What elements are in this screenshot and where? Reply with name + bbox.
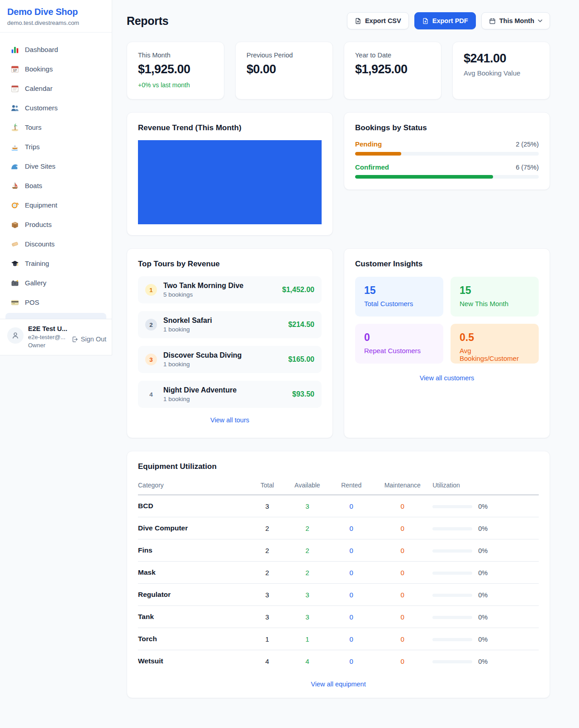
status-progress-fill [355, 175, 493, 179]
user-info: E2E Test U... e2e-tester@... Owner [28, 325, 67, 349]
cell-category: Fins [138, 539, 250, 562]
export-csv-label: Export CSV [365, 17, 401, 24]
export-pdf-button[interactable]: Export PDF [414, 12, 476, 29]
cell-maintenance: 0 [372, 650, 432, 672]
file-export-icon [355, 18, 361, 24]
list-item[interactable]: 3 Discover Scuba Diving 1 booking $165.0… [138, 346, 322, 373]
tile-value: 0 [364, 331, 434, 344]
sidebar-item-products[interactable]: Products [5, 215, 106, 234]
brand: Demo Dive Shop demo.test.divestreams.com [0, 0, 112, 33]
sidebar-item-bookings[interactable]: 17 Bookings [5, 59, 106, 79]
stat-label: This Month [138, 52, 213, 59]
sidebar-item-dive-sites[interactable]: Dive Sites [5, 156, 106, 176]
tour-name: Discover Scuba Diving [163, 351, 242, 359]
tour-name: Night Dive Adventure [163, 386, 237, 394]
table-row: BCD 3 3 0 0 0% [138, 495, 539, 517]
sign-out-label: Sign Out [81, 336, 106, 343]
cell-rented: 0 [330, 584, 372, 606]
export-csv-button[interactable]: Export CSV [347, 12, 409, 29]
view-all-equipment-link[interactable]: View all equipment [138, 681, 539, 688]
sidebar: Demo Dive Shop demo.test.divestreams.com… [0, 0, 112, 355]
view-all-customers-link[interactable]: View all customers [355, 374, 539, 382]
status-row-pending: Pending 2 (25%) [355, 140, 539, 156]
sidebar-item-training[interactable]: Training [5, 254, 106, 273]
user-role: Owner [28, 342, 67, 349]
list-item[interactable]: 2 Snorkel Safari 1 booking $214.50 [138, 311, 322, 338]
tour-bookings: 5 bookings [163, 291, 243, 298]
cell-total: 2 [250, 517, 284, 539]
stat-card-avg-booking-value: $241.00 Avg Booking Value [452, 42, 550, 99]
utilization-bar [432, 616, 472, 619]
sidebar-item-label: Calendar [25, 85, 52, 92]
list-item[interactable]: 4 Night Dive Adventure 1 booking $93.50 [138, 381, 322, 408]
tour-name: Two Tank Morning Dive [163, 282, 243, 290]
avatar [7, 327, 24, 344]
cell-rented: 0 [330, 628, 372, 650]
sidebar-item-trips[interactable]: Trips [5, 137, 106, 156]
tile-label: Repeat Customers [364, 347, 434, 355]
utilization-percent: 0% [478, 547, 488, 554]
sidebar-item-pos[interactable]: POS [5, 293, 106, 312]
user-footer: E2E Test U... e2e-tester@... Owner Sign … [0, 319, 112, 355]
revenue-trend-panel: Revenue Trend (This Month) [127, 112, 333, 236]
brand-name: Demo Dive Shop [7, 7, 104, 17]
sidebar-item-label: Dive Sites [25, 162, 56, 170]
page-title: Reports [127, 14, 168, 28]
sidebar-item-equipment[interactable]: Equipment [5, 195, 106, 215]
tile-value: 15 [460, 284, 530, 297]
sidebar-item-dashboard[interactable]: Dashboard [5, 40, 106, 59]
revenue-trend-title: Revenue Trend (This Month) [138, 123, 322, 132]
tile-value: 15 [364, 284, 434, 297]
sign-out-icon [71, 336, 78, 343]
sign-out-button[interactable]: Sign Out [71, 336, 106, 343]
column-header-rented: Rented [330, 477, 372, 495]
stat-trend: +0% vs last month [138, 81, 213, 89]
stat-value: $0.00 [247, 62, 322, 76]
table-row: Tank 3 3 0 0 0% [138, 606, 539, 628]
customer-insights-title: Customer Insights [355, 260, 539, 269]
stat-card-previous-period: Previous Period $0.00 [235, 42, 333, 99]
boats-icon [11, 182, 19, 190]
sidebar-item-gallery[interactable]: Gallery [5, 273, 106, 293]
bookings-by-status-title: Bookings by Status [355, 123, 539, 132]
dive-sites-icon [11, 162, 19, 170]
sidebar-item-boats[interactable]: Boats [5, 176, 106, 195]
sidebar-item-calendar[interactable]: Calendar [5, 79, 106, 98]
sidebar-item-tours[interactable]: Tours [5, 118, 106, 137]
bookings-icon: 17 [11, 65, 19, 73]
sidebar-item-customers[interactable]: Customers [5, 98, 106, 118]
chevron-down-icon [538, 19, 542, 22]
cell-rented: 0 [330, 606, 372, 628]
cell-available: 2 [284, 517, 330, 539]
period-dropdown[interactable]: This Month [481, 12, 550, 29]
sidebar-item-discounts[interactable]: Discounts [5, 234, 106, 254]
cell-available: 4 [284, 650, 330, 672]
tour-amount: $165.00 [288, 355, 314, 364]
tours-icon [11, 123, 19, 132]
cell-available: 3 [284, 495, 330, 517]
sidebar-active-item-partial[interactable] [5, 313, 106, 319]
cell-maintenance: 0 [372, 584, 432, 606]
tile-new-this-month: 15 New This Month [451, 277, 539, 317]
rank-badge: 3 [145, 354, 157, 365]
cell-total: 2 [250, 562, 284, 584]
list-item[interactable]: 1 Two Tank Morning Dive 5 bookings $1,45… [138, 276, 322, 303]
cell-rented: 0 [330, 650, 372, 672]
gallery-icon [11, 279, 19, 287]
tile-total-customers: 15 Total Customers [355, 277, 443, 317]
sidebar-nav: Dashboard 17 Bookings Calendar Customers… [0, 33, 112, 319]
rank-badge: 1 [145, 284, 157, 296]
cell-maintenance: 0 [372, 628, 432, 650]
sidebar-item-label: Discounts [25, 240, 55, 248]
trips-icon [11, 143, 19, 151]
cell-rented: 0 [330, 539, 372, 562]
status-value: 2 (25%) [516, 141, 539, 148]
tour-amount: $1,452.00 [282, 286, 314, 294]
cell-maintenance: 0 [372, 517, 432, 539]
sidebar-item-label: Customers [25, 104, 58, 112]
cell-available: 1 [284, 628, 330, 650]
tile-repeat-customers: 0 Repeat Customers [355, 324, 443, 364]
utilization-bar [432, 660, 472, 663]
cell-maintenance: 0 [372, 495, 432, 517]
view-all-tours-link[interactable]: View all tours [138, 416, 322, 424]
